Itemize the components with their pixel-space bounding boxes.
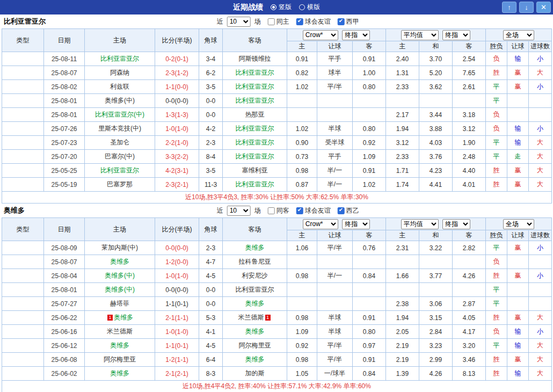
away-team-name[interactable]: 阿尔梅里亚	[239, 342, 271, 349]
home-team-name[interactable]: 阿森纳	[110, 69, 129, 76]
away-team-name[interactable]: 比利亚雷亚尔	[236, 180, 274, 188]
scroll-down-button[interactable]: ↓	[519, 2, 534, 13]
home-team-name[interactable]: 巴塞尔(中)	[105, 153, 135, 160]
avg-away-odds: 3.20	[453, 339, 486, 353]
home-team-name[interactable]: 比利亚雷亚尔	[100, 166, 139, 174]
home-team-name[interactable]: 奥维多	[110, 258, 129, 265]
away-team-name[interactable]: 阿斯顿维拉	[239, 55, 271, 62]
filter-bar: 近 10 场 同主 球会友谊 西甲	[217, 14, 359, 28]
score: 2-1(2-1)	[155, 367, 199, 381]
filter-same-away[interactable]: 同客	[268, 206, 289, 215]
away-team-name[interactable]: 比利亚雷亚尔	[236, 69, 274, 76]
away-team-name[interactable]: 奥维多	[245, 244, 265, 251]
filter-laliga[interactable]: 西甲	[338, 17, 359, 26]
home-team-name[interactable]: 奥维多	[110, 342, 129, 349]
final-index-select-2[interactable]: 终指	[442, 219, 470, 229]
home-team-name[interactable]: 奥维多	[114, 314, 133, 321]
result-goals: 小	[529, 325, 552, 339]
result-outcome: 负	[486, 108, 507, 122]
match-count-select[interactable]: 10	[227, 206, 251, 216]
match-date: 25-06-08	[44, 353, 85, 367]
away-team-name[interactable]: 热那亚	[245, 111, 265, 118]
away-team-name[interactable]: 比利亚雷亚尔	[236, 286, 274, 293]
filter-club-friendly[interactable]: 球会友谊	[296, 17, 331, 26]
handicap-away-odds: 0.91	[353, 52, 386, 66]
close-button[interactable]: ✕	[536, 2, 551, 13]
home-team-name[interactable]: 米兰德斯	[107, 328, 133, 335]
away-team-name[interactable]: 比利亚雷亚尔	[236, 125, 274, 132]
home-team-name[interactable]: 利兹联	[110, 83, 129, 90]
avg-draw-odds: 5.20	[419, 66, 453, 80]
scroll-up-button[interactable]: ↑	[502, 2, 516, 13]
home-team-name[interactable]: 奥维多(中)	[105, 272, 135, 279]
result-outcome: 胜	[486, 269, 507, 283]
league-type: 球会友谊	[2, 241, 44, 255]
scope-select[interactable]: 全场	[503, 30, 534, 40]
final-index-select-2[interactable]: 终指	[442, 30, 470, 40]
corner-score: 3-4	[199, 52, 223, 66]
corner-score: 2-3	[199, 136, 223, 150]
avg-draw-odds: 3.76	[419, 150, 453, 164]
home-team-cell: 莱加内斯(中)	[85, 241, 155, 255]
away-team-name[interactable]: 奥维多	[245, 355, 265, 363]
score: 1-2(1-1)	[155, 353, 199, 367]
league-type: 西甲	[2, 164, 44, 178]
result-handicap	[507, 94, 529, 108]
col-handicap-home: 主	[287, 41, 317, 52]
away-team-cell: 比利亚雷亚尔	[223, 122, 287, 136]
avg-home-odds	[386, 255, 419, 269]
away-team-name[interactable]: 奥维多	[245, 328, 265, 335]
away-team-name[interactable]: 拉科鲁尼亚	[239, 258, 271, 265]
filter-club-friendly[interactable]: 球会友谊	[296, 206, 331, 215]
away-team-name[interactable]: 塞维利亚	[242, 166, 268, 174]
match-date: 25-07-20	[44, 150, 85, 164]
radio-portrait[interactable]: 竖版	[271, 3, 292, 12]
home-team-name[interactable]: 阿尔梅里亚	[104, 355, 136, 363]
radio-landscape[interactable]: 横版	[299, 3, 320, 12]
match-date: 25-08-11	[44, 52, 85, 66]
handicap-away-odds: 0.91	[353, 311, 386, 325]
home-team-name[interactable]: 巴塞罗那	[107, 180, 133, 188]
away-team-name[interactable]: 加的斯	[245, 369, 265, 377]
match-count-select[interactable]: 10	[227, 17, 251, 27]
avg-away-odds: 4.05	[453, 311, 486, 325]
away-team-name[interactable]: 利安尼沙	[242, 272, 268, 279]
away-team-name[interactable]: 比利亚雷亚尔	[236, 153, 274, 160]
bookmaker-select[interactable]: Crow*	[303, 30, 338, 40]
avg-draw-odds: 3.15	[419, 311, 453, 325]
avg-away-odds: 2.48	[453, 150, 486, 164]
filter-same-home[interactable]: 同主	[268, 17, 289, 26]
home-team-name[interactable]: 里斯本竞技(中)	[98, 125, 141, 132]
scope-select[interactable]: 全场	[503, 219, 534, 229]
handicap-line: 半球	[317, 311, 353, 325]
handicap-line	[317, 255, 353, 269]
filter-segunda[interactable]: 西乙	[338, 206, 359, 215]
col-avg-away: 客	[453, 41, 486, 52]
result-outcome: 负	[486, 325, 507, 339]
away-team-name[interactable]: 奥维多	[245, 300, 265, 307]
home-team-cell: 圣加仑	[85, 136, 155, 150]
final-index-select[interactable]: 终指	[342, 30, 370, 40]
bookmaker-select[interactable]: Crow*	[303, 219, 338, 229]
away-team-name[interactable]: 比利亚雷亚尔	[236, 97, 274, 104]
home-team-name[interactable]: 奥维多(中)	[105, 97, 135, 104]
home-team-name[interactable]: 赫塔菲	[110, 300, 129, 307]
home-team-name[interactable]: 比利亚雷亚尔	[100, 55, 139, 62]
average-select[interactable]: 平均值	[401, 219, 439, 229]
away-team-name[interactable]: 米兰德斯	[238, 314, 264, 321]
col-type: 类型	[2, 218, 44, 241]
result-handicap: 赢	[507, 241, 529, 255]
home-team-cell: 1奥维多	[85, 311, 155, 325]
home-team-name[interactable]: 圣加仑	[110, 139, 129, 146]
final-index-select[interactable]: 终指	[342, 219, 370, 229]
average-select[interactable]: 平均值	[401, 30, 439, 40]
avg-draw-odds	[419, 283, 453, 297]
corner-score: 6-2	[199, 66, 223, 80]
col-avg-home: 主	[386, 41, 419, 52]
home-team-name[interactable]: 莱加内斯(中)	[101, 244, 138, 251]
home-team-name[interactable]: 奥维多(中)	[105, 286, 135, 293]
away-team-name[interactable]: 比利亚雷亚尔	[236, 83, 274, 90]
away-team-name[interactable]: 比利亚雷亚尔	[236, 139, 274, 146]
home-team-name[interactable]: 奥维多	[110, 369, 129, 377]
home-team-name[interactable]: 比利亚雷亚尔(中)	[95, 111, 144, 118]
